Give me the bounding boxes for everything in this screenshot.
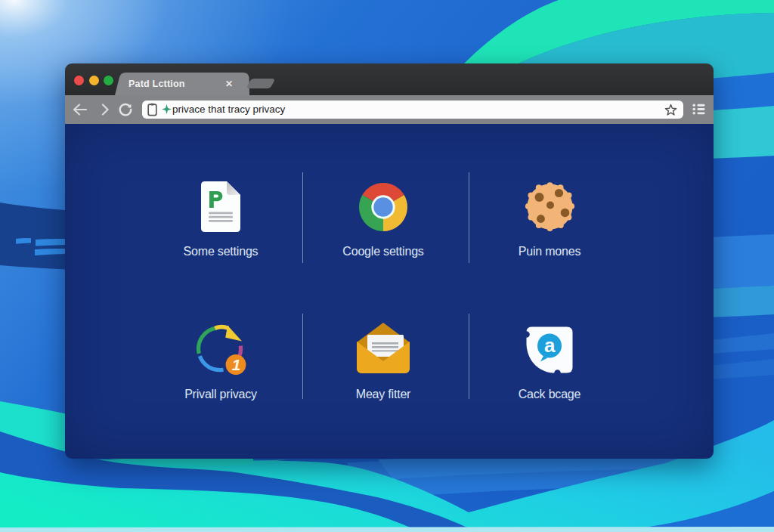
svg-text:1: 1 <box>232 356 241 373</box>
svg-text:a: a <box>544 334 556 357</box>
